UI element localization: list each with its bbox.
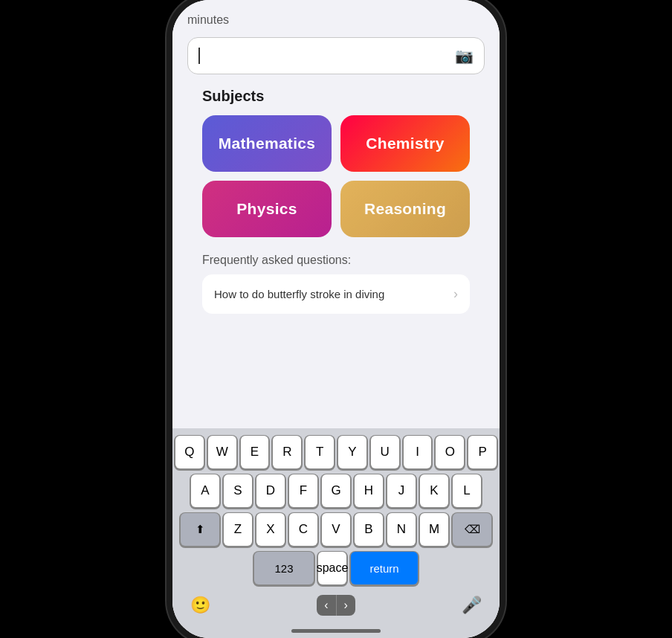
keyboard-bottom-bar: 🙂 ‹ › 🎤	[175, 590, 497, 623]
key-y[interactable]: Y	[338, 436, 366, 468]
emoji-icon[interactable]: 🙂	[190, 596, 210, 615]
key-r[interactable]: R	[273, 436, 301, 468]
key-v[interactable]: V	[322, 513, 350, 546]
phone-frame: minutes 📷 Subjects Mathematics Chemistry…	[172, 0, 500, 638]
key-h[interactable]: H	[355, 474, 383, 507]
faq-arrow-icon: ›	[453, 286, 458, 302]
key-a[interactable]: A	[191, 474, 219, 507]
mic-icon[interactable]: 🎤	[462, 596, 482, 615]
keyboard-row-1: Q W E R T Y U I O P	[175, 436, 497, 468]
space-key[interactable]: space	[318, 552, 346, 584]
key-e[interactable]: E	[241, 436, 269, 468]
key-i[interactable]: I	[404, 436, 432, 468]
faq-item[interactable]: How to do butterfly stroke in diving ›	[202, 274, 470, 314]
key-n[interactable]: N	[387, 513, 416, 546]
subjects-title: Subjects	[202, 88, 470, 105]
text-cursor	[198, 48, 200, 64]
return-key[interactable]: return	[351, 552, 418, 584]
key-o[interactable]: O	[436, 436, 464, 468]
key-g[interactable]: G	[322, 474, 350, 507]
key-x[interactable]: X	[256, 513, 285, 546]
nav-back-button[interactable]: ‹	[317, 595, 335, 616]
key-l[interactable]: L	[453, 474, 481, 507]
faq-text: How to do butterfly stroke in diving	[214, 288, 453, 300]
keyboard-row-3: ⬆ Z X C V B N M ⌫	[175, 513, 497, 546]
faq-title: Frequently asked questions:	[202, 254, 470, 267]
faq-section: Frequently asked questions: How to do bu…	[187, 254, 485, 314]
shift-key[interactable]: ⬆	[181, 513, 219, 546]
keyboard: Q W E R T Y U I O P A S D F G H J K	[172, 428, 500, 623]
key-j[interactable]: J	[387, 474, 416, 507]
camera-icon[interactable]: 📷	[455, 47, 474, 65]
key-t[interactable]: T	[306, 436, 334, 468]
minutes-text: minutes	[187, 13, 485, 27]
key-z[interactable]: Z	[224, 513, 252, 546]
numbers-key[interactable]: 123	[254, 552, 314, 584]
key-w[interactable]: W	[208, 436, 236, 468]
key-p[interactable]: P	[468, 436, 497, 468]
physics-button[interactable]: Physics	[202, 181, 332, 237]
delete-key[interactable]: ⌫	[453, 513, 491, 546]
subjects-section: Subjects Mathematics Chemistry Physics R…	[187, 88, 485, 237]
key-k[interactable]: K	[420, 474, 448, 507]
key-f[interactable]: F	[289, 474, 317, 507]
top-area: minutes 📷 Subjects Mathematics Chemistry…	[172, 0, 500, 321]
chemistry-button[interactable]: Chemistry	[340, 115, 470, 172]
key-u[interactable]: U	[371, 436, 399, 468]
search-bar[interactable]: 📷	[187, 37, 485, 74]
key-q[interactable]: Q	[175, 436, 204, 468]
keyboard-row-2: A S D F G H J K L	[175, 474, 497, 507]
keyboard-row-4: 123 space return	[175, 552, 497, 584]
nav-forward-button[interactable]: ›	[337, 595, 355, 616]
reasoning-button[interactable]: Reasoning	[340, 181, 470, 237]
key-m[interactable]: M	[420, 513, 448, 546]
home-indicator-bar	[172, 623, 500, 638]
key-s[interactable]: S	[224, 474, 252, 507]
key-b[interactable]: B	[355, 513, 383, 546]
key-d[interactable]: D	[256, 474, 285, 507]
nav-arrows: ‹ ›	[317, 595, 355, 616]
subjects-grid: Mathematics Chemistry Physics Reasoning	[202, 115, 470, 237]
key-c[interactable]: C	[289, 513, 317, 546]
phone-content: minutes 📷 Subjects Mathematics Chemistry…	[172, 0, 500, 638]
mathematics-button[interactable]: Mathematics	[202, 115, 332, 172]
home-indicator	[291, 629, 381, 633]
